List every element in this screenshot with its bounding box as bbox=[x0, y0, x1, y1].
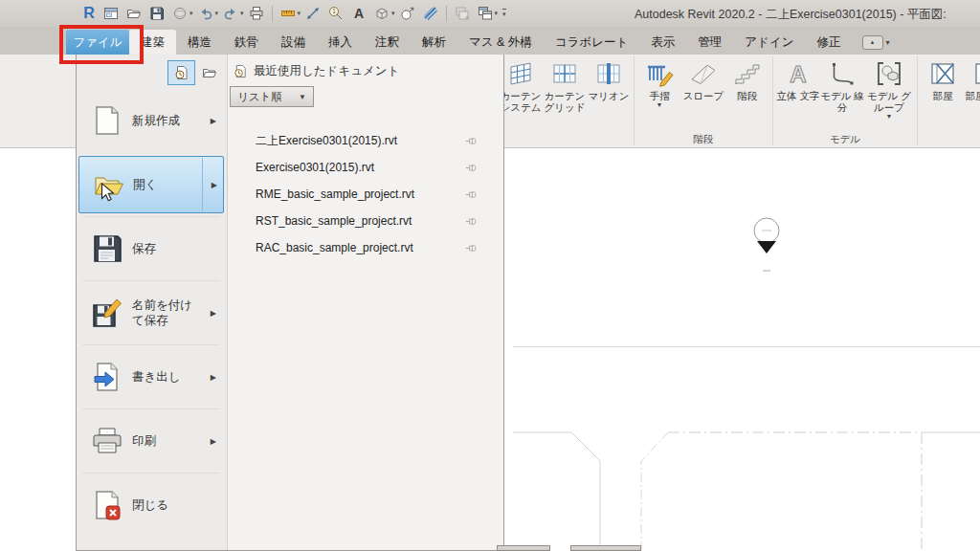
pin-icon[interactable] bbox=[464, 134, 479, 148]
file-menu-sidebar: 新規作成 ▶ 開く ▶ 保存 名前を付けて保存 ▶ bbox=[77, 55, 228, 550]
close-inactive-windows-icon[interactable] bbox=[453, 4, 472, 23]
chevron-down-icon[interactable]: ▾ bbox=[215, 10, 219, 17]
print-document-icon bbox=[91, 425, 123, 457]
model-text-icon bbox=[784, 59, 813, 88]
recent-file-item[interactable]: Exercise0301(2015).rvt bbox=[228, 154, 503, 181]
tab-collaborate[interactable]: コラボレート bbox=[544, 30, 639, 55]
plan-view-lines bbox=[513, 347, 980, 551]
open-documents-icon bbox=[202, 65, 217, 80]
open-documents-toggle[interactable] bbox=[195, 60, 223, 85]
pin-icon[interactable] bbox=[464, 161, 479, 175]
ribbon-group-build: カーテン システム カーテン グリッド マリオン bbox=[496, 55, 634, 147]
curtain-system-button[interactable]: カーテン システム bbox=[499, 55, 543, 113]
railing-button[interactable]: 手摺▼ bbox=[637, 55, 681, 109]
revit-logo-icon[interactable]: R bbox=[80, 5, 98, 22]
tab-massing-site[interactable]: マス & 外構 bbox=[457, 30, 544, 55]
sort-order-dropdown[interactable]: リスト順 ▼ bbox=[230, 86, 314, 107]
tag-by-category-icon[interactable] bbox=[326, 4, 345, 23]
customize-qat-icon[interactable]: ▾ bbox=[502, 9, 506, 18]
room-separator-icon bbox=[972, 59, 980, 88]
toolbar-separator bbox=[272, 6, 273, 22]
chevron-down-icon[interactable]: ▾ bbox=[189, 10, 193, 17]
tab-manage[interactable]: 管理 bbox=[686, 30, 733, 55]
tab-analyze[interactable]: 解析 bbox=[411, 30, 457, 55]
recent-documents-toggle[interactable] bbox=[167, 60, 195, 85]
menu-item-close[interactable]: 閉じる bbox=[78, 476, 224, 534]
pin-icon[interactable] bbox=[464, 214, 479, 229]
model-group-icon bbox=[875, 59, 903, 88]
recent-file-item[interactable]: RAC_basic_sample_project.rvt bbox=[228, 234, 503, 261]
submenu-arrow-icon: ▶ bbox=[211, 117, 216, 125]
minimize-ribbon-icon[interactable]: ▲ bbox=[862, 35, 883, 50]
menu-item-save[interactable]: 保存 bbox=[78, 220, 224, 277]
new-document-icon bbox=[91, 104, 123, 137]
recent-documents-panel: 最近使用したドキュメント リスト順 ▼ 二上Exercise0301(2015)… bbox=[228, 55, 503, 550]
tab-systems[interactable]: 設備 bbox=[270, 30, 317, 55]
ribbon-group-model: 立体 文字 モデル 線分 モデル グループ▼ モデル bbox=[773, 55, 917, 147]
room-button[interactable]: 部屋 bbox=[921, 55, 965, 101]
recent-file-item[interactable]: 二上Exercise0301(2015).rvt bbox=[228, 127, 503, 154]
menu-item-save-as[interactable]: 名前を付けて保存 ▶ bbox=[78, 284, 224, 342]
tab-addins[interactable]: アドイン bbox=[733, 30, 805, 55]
default-3d-view-icon[interactable] bbox=[372, 4, 391, 23]
section-icon[interactable] bbox=[398, 4, 417, 23]
open-icon[interactable] bbox=[124, 4, 144, 23]
curtain-grid-button[interactable]: カーテン グリッド bbox=[543, 55, 587, 113]
tab-annotate[interactable]: 注釈 bbox=[364, 30, 411, 55]
chevron-down-icon[interactable]: ▾ bbox=[391, 10, 395, 17]
elevation-marker[interactable] bbox=[754, 218, 779, 271]
export-icon bbox=[91, 361, 123, 393]
chevron-down-icon[interactable]: ▾ bbox=[495, 10, 499, 17]
pin-icon[interactable] bbox=[464, 241, 479, 255]
ramp-button[interactable]: スロープ bbox=[681, 55, 725, 101]
quick-access-toolbar: R ▾ ▾ ▾ ▾ ▾ ▾ ▾ bbox=[78, 4, 507, 23]
ribbon-tab-bar: ファイル 建築 構造 鉄骨 設備 挿入 注釈 解析 マス & 外構 コラボレート… bbox=[0, 27, 980, 55]
room-separator-button[interactable]: 部屋 境界 bbox=[965, 55, 980, 101]
aligned-dimension-icon[interactable] bbox=[303, 4, 323, 23]
submenu-arrow-icon[interactable]: ▶ bbox=[212, 181, 217, 189]
menu-item-open[interactable]: 開く ▶ bbox=[78, 156, 224, 213]
curtain-grid-icon bbox=[550, 59, 579, 88]
model-line-button[interactable]: モデル 線分 bbox=[820, 55, 864, 113]
print-icon[interactable] bbox=[247, 4, 266, 23]
chevron-down-icon[interactable]: ▾ bbox=[886, 38, 890, 47]
text-icon[interactable] bbox=[349, 4, 368, 23]
chevron-down-icon[interactable]: ▾ bbox=[240, 10, 244, 17]
submenu-arrow-icon: ▶ bbox=[211, 437, 216, 446]
pin-icon[interactable] bbox=[464, 187, 479, 202]
minimize-ribbon-control[interactable]: ▲ ▾ bbox=[862, 30, 890, 55]
recent-file-item[interactable]: RME_basic_sample_project.rvt bbox=[228, 181, 503, 208]
sync-icon[interactable] bbox=[170, 4, 189, 23]
chevron-down-icon: ▼ bbox=[657, 101, 663, 109]
ui-views-icon[interactable] bbox=[101, 4, 121, 23]
measure-icon[interactable] bbox=[278, 4, 298, 23]
redo-icon[interactable] bbox=[221, 4, 240, 23]
tab-modify[interactable]: 修正 bbox=[806, 30, 853, 55]
thin-lines-icon[interactable] bbox=[421, 4, 440, 23]
room-icon bbox=[928, 59, 957, 88]
chevron-down-icon[interactable]: ▾ bbox=[298, 10, 301, 17]
stair-button[interactable]: 階段 bbox=[725, 55, 769, 101]
model-text-button[interactable]: 立体 文字 bbox=[776, 55, 820, 101]
menu-item-export[interactable]: 書き出し ▶ bbox=[78, 348, 224, 406]
mullion-button[interactable]: マリオン bbox=[587, 55, 631, 101]
annotation-highlight-box bbox=[59, 25, 144, 64]
model-group-button[interactable]: モデル グループ▼ bbox=[864, 55, 914, 121]
toolbar-separator bbox=[446, 6, 447, 22]
menu-item-print[interactable]: 印刷 ▶ bbox=[78, 412, 224, 470]
menu-item-new[interactable]: 新規作成 ▶ bbox=[78, 92, 224, 149]
tab-view[interactable]: 表示 bbox=[639, 30, 686, 55]
save-icon[interactable] bbox=[147, 4, 167, 23]
undo-icon[interactable] bbox=[196, 4, 215, 23]
switch-windows-icon[interactable] bbox=[476, 4, 495, 23]
ribbon-group-room-area: 部屋 部屋 境界 部 bbox=[918, 55, 980, 147]
tab-structure[interactable]: 構造 bbox=[176, 30, 223, 55]
tab-steel[interactable]: 鉄骨 bbox=[223, 30, 270, 55]
submenu-arrow-icon: ▶ bbox=[211, 373, 216, 382]
ribbon-group-label: モデル bbox=[776, 133, 914, 147]
options-button-partial[interactable] bbox=[497, 545, 550, 551]
recent-file-item[interactable]: RST_basic_sample_project.rvt bbox=[228, 208, 503, 234]
tab-insert[interactable]: 挿入 bbox=[317, 30, 364, 55]
recent-documents-icon bbox=[234, 64, 248, 78]
exit-button-partial[interactable] bbox=[570, 545, 641, 551]
